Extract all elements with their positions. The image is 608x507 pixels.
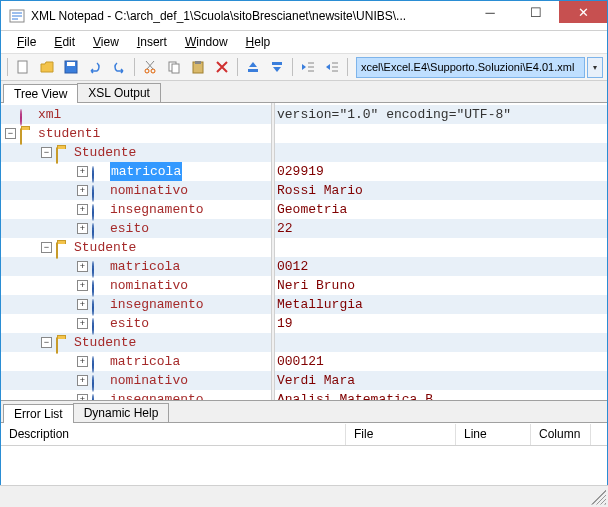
resize-grip-icon[interactable]: [590, 489, 606, 505]
maximize-button[interactable]: ☐: [513, 1, 559, 23]
value-cell[interactable]: Verdi Mara: [275, 371, 607, 390]
outdent-button[interactable]: [297, 56, 319, 78]
tree-node-insegnamento[interactable]: +insegnamento: [1, 200, 271, 219]
menu-insert[interactable]: Insert: [129, 33, 175, 51]
value-cell[interactable]: 19: [275, 314, 607, 333]
value-cell[interactable]: [275, 143, 607, 162]
expand-icon[interactable]: +: [77, 223, 88, 234]
value-cell[interactable]: Rossi Mario: [275, 181, 607, 200]
grid-head: Description File Line Column: [1, 424, 607, 446]
window-buttons: ─ ☐ ✕: [467, 1, 607, 30]
expand-icon[interactable]: +: [77, 204, 88, 215]
collapse-icon[interactable]: −: [41, 242, 52, 253]
tree-node-insegnamento[interactable]: +insegnamento: [1, 390, 271, 400]
menu-window[interactable]: Window: [177, 33, 236, 51]
tree-node-nominativo[interactable]: +nominativo: [1, 181, 271, 200]
expand-icon[interactable]: +: [77, 356, 88, 367]
window-title: XML Notepad - C:\arch_def_1\Scuola\sitoB…: [31, 9, 467, 23]
svg-rect-3: [67, 62, 75, 66]
col-column[interactable]: Column: [531, 424, 591, 445]
open-button[interactable]: [36, 56, 58, 78]
value-cell[interactable]: [275, 238, 607, 257]
value-cell[interactable]: 029919: [275, 162, 607, 181]
col-file[interactable]: File: [346, 424, 456, 445]
close-button[interactable]: ✕: [559, 1, 607, 23]
value-cell[interactable]: 0012: [275, 257, 607, 276]
expand-icon[interactable]: +: [77, 299, 88, 310]
xml-declaration[interactable]: version="1.0" encoding="UTF-8": [275, 105, 607, 124]
minimize-button[interactable]: ─: [467, 1, 513, 23]
value-cell[interactable]: Analisi Matematica B: [275, 390, 607, 400]
tree-node-studente[interactable]: −Studente: [1, 333, 271, 352]
moveup-button[interactable]: [242, 56, 264, 78]
tree-node-studente[interactable]: −Studente: [1, 238, 271, 257]
path-box[interactable]: xcel\Excel.E4\Supporto.Soluzioni\E4.01.x…: [356, 57, 585, 78]
value-cell[interactable]: Geometria: [275, 200, 607, 219]
value-cell[interactable]: 000121: [275, 352, 607, 371]
tab-tree-view[interactable]: Tree View: [3, 84, 78, 103]
svg-point-5: [151, 69, 155, 73]
collapse-icon[interactable]: −: [41, 337, 52, 348]
paste-button[interactable]: [187, 56, 209, 78]
tree-node-studente[interactable]: −Studente: [1, 143, 271, 162]
menu-edit[interactable]: Edit: [46, 33, 83, 51]
expand-icon[interactable]: +: [77, 185, 88, 196]
menu-help[interactable]: Help: [238, 33, 279, 51]
copy-button[interactable]: [163, 56, 185, 78]
tree-node-esito[interactable]: +esito: [1, 219, 271, 238]
movedown-button[interactable]: [266, 56, 288, 78]
app-icon: [9, 8, 25, 24]
tab-error-list[interactable]: Error List: [3, 404, 74, 423]
svg-rect-7: [172, 64, 179, 73]
tab-dynamic-help[interactable]: Dynamic Help: [73, 403, 170, 422]
tree-node-matricola[interactable]: +matricola: [1, 352, 271, 371]
tree-node-matricola[interactable]: +matricola: [1, 162, 271, 181]
upper-tabs: Tree View XSL Output: [1, 81, 607, 103]
values-panel[interactable]: version="1.0" encoding="UTF-8" 029919 Ro…: [275, 103, 607, 400]
svg-rect-11: [272, 62, 282, 65]
statusbar: [0, 485, 608, 507]
tree-node-xml[interactable]: xml: [1, 105, 271, 124]
redo-button[interactable]: [108, 56, 130, 78]
toolbar: xcel\Excel.E4\Supporto.Soluzioni\E4.01.x…: [1, 53, 607, 81]
menu-file[interactable]: File: [9, 33, 44, 51]
col-line[interactable]: Line: [456, 424, 531, 445]
tree-node-studenti[interactable]: −studenti: [1, 124, 271, 143]
expand-icon[interactable]: +: [77, 318, 88, 329]
menubar: File Edit View Insert Window Help: [1, 31, 607, 53]
svg-rect-1: [18, 61, 27, 73]
tree-node-nominativo[interactable]: +nominativo: [1, 371, 271, 390]
col-description[interactable]: Description: [1, 424, 346, 445]
path-dropdown[interactable]: ▾: [587, 57, 603, 78]
save-button[interactable]: [60, 56, 82, 78]
tab-xsl-output[interactable]: XSL Output: [77, 83, 161, 102]
value-cell[interactable]: Metallurgia: [275, 295, 607, 314]
collapse-icon[interactable]: −: [5, 128, 16, 139]
tree-panel[interactable]: xml −studenti −Studente +matricola +nomi…: [1, 103, 271, 400]
undo-button[interactable]: [84, 56, 106, 78]
tree-node-insegnamento[interactable]: +insegnamento: [1, 295, 271, 314]
expand-icon[interactable]: +: [77, 261, 88, 272]
value-cell[interactable]: 22: [275, 219, 607, 238]
menu-view[interactable]: View: [85, 33, 127, 51]
cut-button[interactable]: [139, 56, 161, 78]
value-cell[interactable]: [275, 333, 607, 352]
tree-node-nominativo[interactable]: +nominativo: [1, 276, 271, 295]
tree-node-esito[interactable]: +esito: [1, 314, 271, 333]
titlebar: XML Notepad - C:\arch_def_1\Scuola\sitoB…: [1, 1, 607, 31]
svg-point-4: [145, 69, 149, 73]
indent-button[interactable]: [321, 56, 343, 78]
bottom-tabs: Error List Dynamic Help: [1, 401, 607, 423]
delete-button[interactable]: [211, 56, 233, 78]
tree-node-matricola[interactable]: +matricola: [1, 257, 271, 276]
svg-rect-10: [248, 69, 258, 72]
collapse-icon[interactable]: −: [41, 147, 52, 158]
expand-icon[interactable]: +: [77, 375, 88, 386]
svg-rect-9: [195, 61, 201, 64]
expand-icon[interactable]: +: [77, 166, 88, 177]
value-cell[interactable]: [275, 124, 607, 143]
value-cell[interactable]: Neri Bruno: [275, 276, 607, 295]
expand-icon[interactable]: +: [77, 394, 88, 400]
new-button[interactable]: [12, 56, 34, 78]
expand-icon[interactable]: +: [77, 280, 88, 291]
